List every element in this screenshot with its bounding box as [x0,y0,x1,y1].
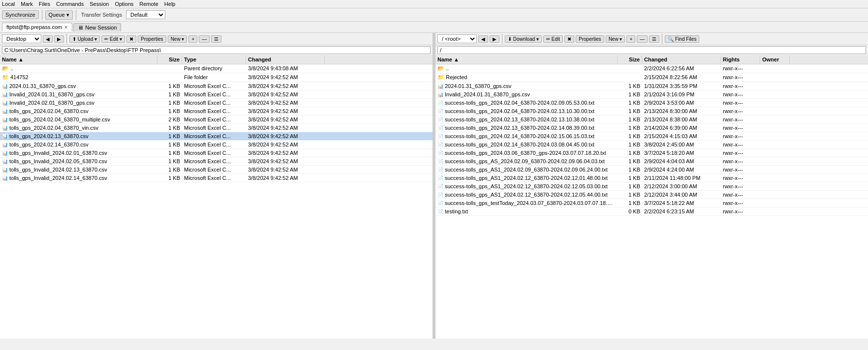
menu-mark[interactable]: Mark [21,1,32,7]
left-file-changed: 3/8/2024 9:42:52 AM [246,158,325,165]
left-file-name: 📊tolls_gps_2024.02.04_63870_vin.csv [0,124,157,131]
left-file-row[interactable]: 📊tolls_gps_Invalid_2024.02.01_63870.csv … [0,149,433,157]
right-file-row[interactable]: 📄success-tolls_gps_2024.02.13_63870-2024… [435,116,868,124]
right-file-row[interactable]: 📂.. 2/2/2024 6:22:56 AM rwxr-x--- [435,64,868,73]
right-file-row[interactable]: 📄success-tolls_gps_testToday_2024.03.07_… [435,199,868,207]
right-edit-btn[interactable]: ✏ Edit [543,35,563,43]
right-download-btn[interactable]: ⬇ Download ▾ [505,35,542,43]
right-file-owner [760,208,790,215]
right-file-size: 1 KB [618,108,642,115]
left-file-row[interactable]: 📊tolls_gps_Invalid_2024.02.13_63870.csv … [0,166,433,174]
right-file-row[interactable]: 📁Rejected 2/15/2024 8:22:56 AM rwxr-x--- [435,73,868,82]
right-file-row[interactable]: 📄success-tolls_gps_AS1_2024.02.09_63870-… [435,166,868,174]
left-file-changed: 3/8/2024 9:42:52 AM [246,166,325,173]
right-file-row[interactable]: 📊2024.01.31_63870_gps.csv 1 KB 1/31/2024… [435,82,868,90]
right-file-row[interactable]: 📄success-tolls_gps_AS1_2024.02.12_63870-… [435,182,868,191]
right-drive-dropdown[interactable]: / <root> [437,34,477,43]
transfer-settings-select[interactable]: Default [126,10,165,19]
menu-commands[interactable]: Commands [56,1,84,7]
right-properties-btn[interactable]: Properties [576,35,604,43]
right-file-row[interactable]: 📄success-tolls_gps_AS1_2024.02.12_63870-… [435,191,868,199]
right-file-row[interactable]: 📄success-tolls_gps_AS_2024.02.09_63870-2… [435,157,868,166]
right-col-size-header[interactable]: Size [618,56,642,63]
right-file-row[interactable]: 📊Invalid_2024.01.31_63870_gps.csv 1 KB 2… [435,90,868,99]
toolbar-queue[interactable]: Queue ▾ [45,10,73,20]
right-delete-btn[interactable]: ✖ [564,35,574,43]
tab-new-session[interactable]: 🖥 New Session [73,23,121,31]
left-file-row[interactable]: 📂.. Parent directory 3/8/2024 9:43:08 AM [0,64,433,73]
right-nav-forward[interactable]: ▶ [490,35,499,43]
left-file-changed: 3/8/2024 9:42:52 AM [246,99,325,106]
left-new-btn[interactable]: New ▾ [168,35,187,43]
tab-ftp-close[interactable]: ✕ [64,25,68,30]
left-col-type-header[interactable]: Type [182,56,246,63]
right-file-row[interactable]: 📄testing.txt 0 KB 2/2/2024 6:23:15 AM rw… [435,207,868,216]
left-file-changed: 3/8/2024 9:42:52 AM [246,83,325,89]
left-file-row[interactable]: 📊tolls_gps_Invalid_2024.02.05_63870.csv … [0,157,433,166]
left-upload-btn[interactable]: ⬆ Upload ▾ [69,35,100,43]
right-file-size: 0 KB [618,208,642,215]
left-drive-dropdown[interactable]: Desktop [2,34,41,43]
left-col-name-header[interactable]: Name ▲ [0,56,157,63]
right-file-changed: 3/8/2024 2:45:00 AM [642,141,721,148]
right-file-list-body[interactable]: 📂.. 2/2/2024 6:22:56 AM rwxr-x--- 📁Rejec… [435,64,868,339]
right-add-btn[interactable]: + [626,35,635,43]
right-file-row[interactable]: 📄success-tolls_gps_2024.02.14_63870-2024… [435,141,868,149]
menu-options[interactable]: Options [115,1,133,7]
left-file-row[interactable]: 📊Invalid_2024.01.31_63870_gps.csv 1 KB M… [0,90,433,99]
left-file-row[interactable]: 📁414752 File folder 3/8/2024 9:42:52 AM [0,73,433,82]
right-file-owner [760,200,790,206]
left-nav-forward[interactable]: ▶ [54,35,64,43]
left-file-row[interactable]: 📊tolls_gps_2024.02.04_63870_vin.csv 1 KB… [0,124,433,132]
right-minus-btn[interactable]: — [637,35,648,43]
left-file-row[interactable]: 📊Invalid_2024.02.01_63870_gps.csv 1 KB M… [0,99,433,107]
left-file-row[interactable]: 📊tolls_gps_2024.02.13_63870.csv 1 KB Mic… [0,132,433,141]
menu-session[interactable]: Session [90,1,109,7]
tab-ftp[interactable]: ftptst@ftp.prepass.com ✕ [2,23,72,31]
left-nav-back[interactable]: ◀ [43,35,53,43]
toolbar-synchronize[interactable]: Synchronize [2,10,39,19]
left-add-btn[interactable]: + [188,35,197,43]
right-file-row[interactable]: 📄success-tolls_gps_2024.03.06_63870_gps-… [435,149,868,157]
left-file-row[interactable]: 📊2024.01.31_63870_gps.csv 1 KB Microsoft… [0,82,433,90]
left-file-row[interactable]: 📊tolls_gps_Invalid_2024.02.14_63870.csv … [0,174,433,182]
left-edit-btn[interactable]: ✏ Edit ▾ [101,35,125,43]
menu-local[interactable]: Local [2,1,15,7]
right-file-row[interactable]: 📄success-tolls_gps_2024.02.04_63870-2024… [435,99,868,107]
right-col-changed-header[interactable]: Changed [642,56,721,63]
right-col-name-header[interactable]: Name ▲ [435,56,618,63]
right-file-rights: rwxr-x--- [721,116,760,123]
left-properties-btn[interactable]: Properties [138,35,166,43]
right-file-row[interactable]: 📄success-tolls_gps_AS1_2024.02.12_63870-… [435,174,868,182]
left-file-row[interactable]: 📊tolls_gps_2024.02.14_63870.csv 1 KB Mic… [0,141,433,149]
left-col-size-header[interactable]: Size [157,56,182,63]
left-minus-btn[interactable]: — [199,35,210,43]
left-delete-btn[interactable]: ✖ [126,35,136,43]
right-new-btn[interactable]: New ▾ [606,35,625,43]
left-file-type: File folder [182,74,246,81]
right-file-rights: rwxr-x--- [721,108,760,115]
menu-help[interactable]: Help [164,1,176,7]
right-file-row[interactable]: 📄success-tolls_gps_2024.02.14_63870-2024… [435,132,868,141]
right-file-changed: 2/15/2024 8:22:56 AM [642,74,721,81]
right-col-rights-header[interactable]: Rights [721,56,760,63]
right-find-files-btn[interactable]: 🔍 Find Files [665,35,699,43]
left-file-row[interactable]: 📊tolls_gps_2024.02.04_63870.csv 1 KB Mic… [0,107,433,116]
menu-files[interactable]: Files [39,1,50,7]
menu-remote[interactable]: Remote [139,1,158,7]
left-col-changed-header[interactable]: Changed [246,56,325,63]
right-menu-btn[interactable]: ☰ [649,35,659,43]
right-file-row[interactable]: 📄success-tolls_gps_2024.02.04_63870-2024… [435,107,868,116]
left-file-row[interactable]: 📊tolls_gps_2024.02.04_63870_multiple.csv… [0,116,433,124]
left-file-name: 📊tolls_gps_2024.02.04_63870_multiple.csv [0,116,157,123]
right-sep-2 [662,34,662,44]
left-file-size: 1 KB [157,158,182,165]
right-file-row[interactable]: 📄success-tolls_gps_2024.02.13_63870-2024… [435,124,868,132]
left-menu-btn[interactable]: ☰ [211,35,221,43]
right-file-owner [760,108,790,115]
right-file-name: 📂.. [435,65,618,72]
left-file-list-body[interactable]: 📂.. Parent directory 3/8/2024 9:43:08 AM… [0,64,433,339]
right-col-owner-header[interactable]: Owner [760,56,790,63]
right-file-name: 📄success-tolls_gps_2024.02.14_63870-2024… [435,133,618,140]
right-nav-back[interactable]: ◀ [478,35,488,43]
